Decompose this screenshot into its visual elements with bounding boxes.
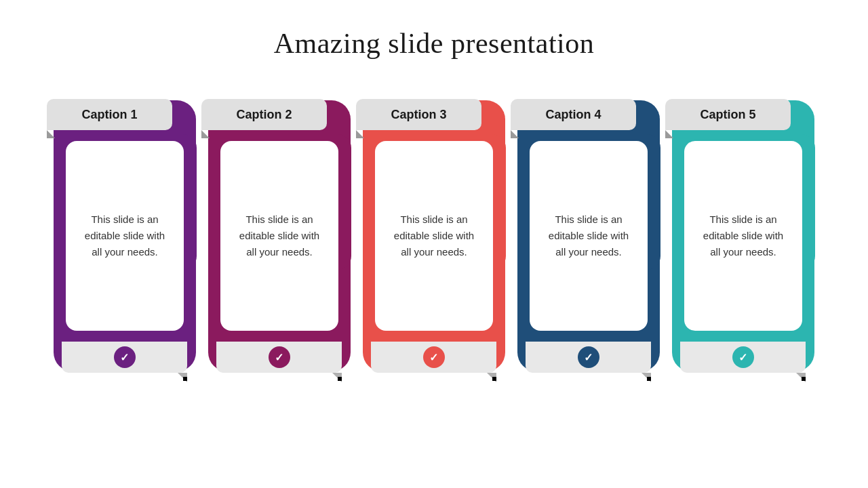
card-wrapper-2: Caption 2 This slide is an editable slid… [208, 100, 351, 371]
caption-tab-3: Caption 3 [356, 99, 481, 130]
fold-shadow-1 [178, 373, 187, 382]
caption-label-4: Caption 4 [545, 108, 601, 122]
cards-container: Caption 1 This slide is an editable slid… [33, 100, 835, 371]
card-3[interactable]: Caption 3 This slide is an editable slid… [363, 100, 505, 371]
inner-box-3: This slide is an editable slide with all… [375, 141, 493, 331]
card-wrapper-5: Caption 5 This slide is an editable slid… [672, 100, 814, 371]
inner-text-3: This slide is an editable slide with all… [389, 211, 479, 260]
card-wrapper-1: Caption 1 This slide is an editable slid… [54, 100, 196, 371]
card-wrapper-3: Caption 3 This slide is an editable slid… [363, 100, 505, 371]
check-circle-4: ✓ [578, 346, 599, 368]
checkmark-2: ✓ [275, 351, 283, 364]
fold-shadow-5 [796, 373, 806, 382]
caption-label-2: Caption 2 [236, 108, 292, 122]
caption-label-5: Caption 5 [700, 108, 755, 122]
check-tab-3: ✓ [371, 342, 496, 373]
inner-box-5: This slide is an editable slide with all… [684, 141, 802, 331]
inner-text-4: This slide is an editable slide with all… [543, 211, 634, 260]
inner-text-2: This slide is an editable slide with all… [234, 211, 325, 260]
inner-box-1: This slide is an editable slide with all… [66, 141, 184, 331]
card-wrapper-4: Caption 4 This slide is an editable slid… [517, 100, 660, 371]
card-1[interactable]: Caption 1 This slide is an editable slid… [54, 100, 196, 371]
check-circle-2: ✓ [269, 346, 290, 368]
caption-tab-4: Caption 4 [511, 99, 636, 130]
checkmark-1: ✓ [120, 351, 129, 364]
card-5[interactable]: Caption 5 This slide is an editable slid… [672, 100, 814, 371]
caption-label-1: Caption 1 [81, 108, 137, 122]
check-circle-1: ✓ [114, 346, 136, 368]
check-circle-5: ✓ [732, 346, 754, 368]
page-title: Amazing slide presentation [274, 27, 595, 60]
check-tab-5: ✓ [680, 342, 806, 373]
checkmark-4: ✓ [584, 351, 593, 364]
caption-tab-1: Caption 1 [47, 99, 172, 130]
caption-label-3: Caption 3 [391, 108, 446, 122]
check-tab-4: ✓ [526, 342, 651, 373]
fold-shadow-4 [642, 373, 651, 382]
caption-tab-5: Caption 5 [665, 99, 791, 130]
fold-shadow-2 [332, 373, 342, 382]
card-2[interactable]: Caption 2 This slide is an editable slid… [208, 100, 351, 371]
inner-text-1: This slide is an editable slide with all… [79, 211, 170, 260]
inner-text-5: This slide is an editable slide with all… [698, 211, 789, 260]
check-tab-2: ✓ [216, 342, 342, 373]
check-circle-3: ✓ [423, 346, 445, 368]
caption-tab-2: Caption 2 [201, 99, 327, 130]
checkmark-3: ✓ [429, 351, 438, 364]
fold-shadow-3 [487, 373, 496, 382]
card-4[interactable]: Caption 4 This slide is an editable slid… [517, 100, 660, 371]
inner-box-2: This slide is an editable slide with all… [220, 141, 338, 331]
checkmark-5: ✓ [738, 351, 747, 364]
check-tab-1: ✓ [62, 342, 187, 373]
inner-box-4: This slide is an editable slide with all… [530, 141, 648, 331]
